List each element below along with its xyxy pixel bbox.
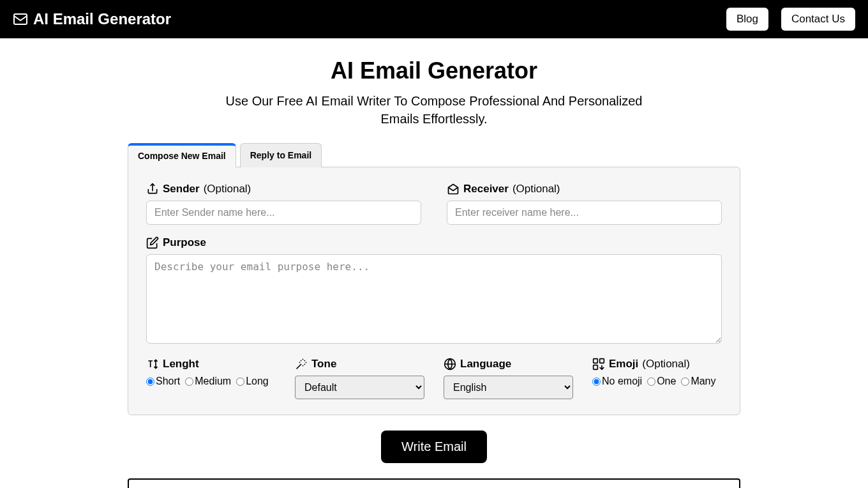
length-short-radio[interactable]	[146, 377, 154, 386]
share-icon	[146, 183, 159, 195]
emoji-none-radio[interactable]	[592, 377, 601, 386]
emoji-icon	[592, 358, 605, 370]
blog-button[interactable]: Blog	[726, 8, 768, 31]
length-long-label[interactable]: Long	[236, 376, 269, 387]
tab-compose[interactable]: Compose New Email	[128, 143, 236, 167]
envelope-icon	[13, 11, 28, 27]
svg-rect-3	[600, 359, 604, 363]
app-header: AI Email Generator Blog Contact Us	[0, 0, 868, 38]
page-subtitle: Use Our Free AI Email Writer To Compose …	[211, 92, 657, 128]
emoji-one-label[interactable]: One	[647, 376, 676, 387]
length-label-text: Lenght	[163, 358, 199, 370]
sender-label-text: Sender	[163, 183, 200, 195]
length-long-radio[interactable]	[236, 377, 244, 386]
emoji-label: Emoji (Optional)	[592, 358, 722, 370]
svg-rect-2	[594, 359, 598, 363]
svg-rect-0	[14, 14, 27, 24]
emoji-none-label[interactable]: No emoji	[592, 376, 642, 387]
sender-optional: (Optional)	[204, 183, 251, 195]
language-select[interactable]: English	[444, 376, 573, 399]
tab-reply[interactable]: Reply to Email	[240, 143, 322, 167]
edit-icon	[146, 236, 159, 249]
length-short-label[interactable]: Short	[146, 376, 180, 387]
emoji-one-radio[interactable]	[647, 377, 655, 386]
receiver-optional: (Optional)	[513, 183, 560, 195]
tone-label-text: Tone	[311, 358, 336, 370]
write-email-button[interactable]: Write Email	[381, 431, 487, 463]
sender-label: Sender (Optional)	[146, 183, 421, 195]
emoji-many-label[interactable]: Many	[681, 376, 715, 387]
sender-input[interactable]	[146, 201, 421, 225]
output-box	[128, 478, 740, 488]
length-medium-radio[interactable]	[185, 377, 193, 386]
purpose-textarea[interactable]	[146, 254, 722, 344]
contact-us-button[interactable]: Contact Us	[781, 8, 855, 31]
length-label: Lenght	[146, 358, 276, 370]
receiver-label-text: Receiver	[463, 183, 509, 195]
svg-rect-4	[594, 365, 598, 370]
tone-select[interactable]: Default	[295, 376, 424, 399]
envelope-open-icon	[447, 183, 460, 195]
purpose-label-text: Purpose	[163, 236, 206, 249]
emoji-radio-group: No emoji One Many	[592, 376, 722, 387]
page-title: AI Email Generator	[128, 57, 740, 84]
tone-label: Tone	[295, 358, 424, 370]
length-medium-label[interactable]: Medium	[185, 376, 231, 387]
text-height-icon	[146, 358, 159, 370]
length-radio-group: Short Medium Long	[146, 376, 276, 387]
brand-title: AI Email Generator	[33, 10, 171, 28]
purpose-label: Purpose	[146, 236, 722, 249]
main-content: AI Email Generator Use Our Free AI Email…	[115, 38, 753, 488]
emoji-optional: (Optional)	[642, 358, 690, 370]
brand: AI Email Generator	[13, 10, 171, 28]
language-label-text: Language	[460, 358, 511, 370]
emoji-many-radio[interactable]	[681, 377, 689, 386]
form-panel: Sender (Optional) Receiver (Optional)	[128, 167, 740, 415]
receiver-label: Receiver (Optional)	[447, 183, 722, 195]
header-nav: Blog Contact Us	[726, 8, 855, 31]
globe-icon	[444, 358, 456, 370]
tabs: Compose New Email Reply to Email	[128, 143, 740, 167]
receiver-input[interactable]	[447, 201, 722, 225]
language-label: Language	[444, 358, 573, 370]
wand-icon	[295, 358, 308, 370]
emoji-label-text: Emoji	[609, 358, 638, 370]
